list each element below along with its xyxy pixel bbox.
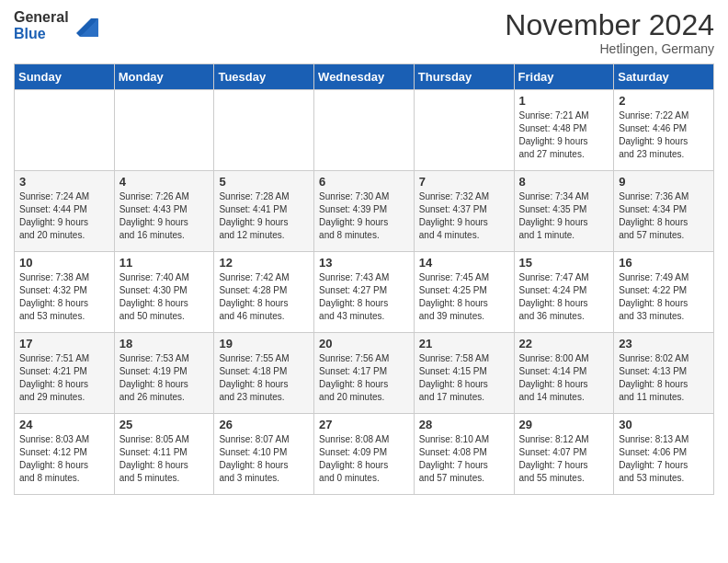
day-info: Sunrise: 7:51 AM Sunset: 4:21 PM Dayligh… [19, 352, 109, 404]
day-number: 9 [619, 175, 709, 189]
day-number: 7 [419, 175, 509, 189]
day-info: Sunrise: 8:08 AM Sunset: 4:09 PM Dayligh… [319, 433, 409, 485]
table-row: 21Sunrise: 7:58 AM Sunset: 4:15 PM Dayli… [414, 333, 514, 414]
col-monday: Monday [114, 64, 214, 90]
day-number: 13 [319, 256, 409, 270]
table-row: 2Sunrise: 7:22 AM Sunset: 4:46 PM Daylig… [614, 90, 714, 171]
day-info: Sunrise: 8:13 AM Sunset: 4:06 PM Dayligh… [619, 433, 709, 485]
calendar-week-row: 10Sunrise: 7:38 AM Sunset: 4:32 PM Dayli… [15, 252, 714, 333]
day-info: Sunrise: 8:12 AM Sunset: 4:07 PM Dayligh… [519, 433, 609, 485]
day-info: Sunrise: 7:26 AM Sunset: 4:43 PM Dayligh… [119, 190, 210, 242]
day-info: Sunrise: 7:42 AM Sunset: 4:28 PM Dayligh… [219, 271, 309, 323]
table-row: 23Sunrise: 8:02 AM Sunset: 4:13 PM Dayli… [614, 333, 714, 414]
table-row: 11Sunrise: 7:40 AM Sunset: 4:30 PM Dayli… [114, 252, 214, 333]
day-number: 15 [519, 256, 609, 270]
day-info: Sunrise: 7:28 AM Sunset: 4:41 PM Dayligh… [219, 190, 309, 242]
table-row: 7Sunrise: 7:32 AM Sunset: 4:37 PM Daylig… [414, 171, 514, 252]
table-row [15, 90, 115, 171]
table-row: 10Sunrise: 7:38 AM Sunset: 4:32 PM Dayli… [15, 252, 115, 333]
table-row [214, 90, 314, 171]
logo-blue: Blue [14, 26, 69, 42]
day-info: Sunrise: 7:53 AM Sunset: 4:19 PM Dayligh… [119, 352, 210, 404]
day-info: Sunrise: 7:24 AM Sunset: 4:44 PM Dayligh… [19, 190, 109, 242]
day-number: 19 [219, 337, 309, 350]
day-number: 17 [19, 337, 109, 350]
day-number: 12 [219, 256, 309, 270]
day-number: 1 [519, 94, 609, 108]
col-sunday: Sunday [15, 64, 115, 90]
logo-icon [73, 11, 102, 40]
col-friday: Friday [514, 64, 614, 90]
day-info: Sunrise: 7:43 AM Sunset: 4:27 PM Dayligh… [319, 271, 409, 323]
col-thursday: Thursday [414, 64, 514, 90]
day-info: Sunrise: 7:49 AM Sunset: 4:22 PM Dayligh… [619, 271, 709, 323]
calendar-week-row: 24Sunrise: 8:03 AM Sunset: 4:12 PM Dayli… [15, 414, 714, 495]
day-info: Sunrise: 7:22 AM Sunset: 4:46 PM Dayligh… [619, 109, 709, 161]
header: General Blue November 2024 Hetlingen, Ge… [14, 9, 714, 56]
month-title: November 2024 [505, 9, 714, 41]
table-row: 15Sunrise: 7:47 AM Sunset: 4:24 PM Dayli… [514, 252, 614, 333]
table-row: 3Sunrise: 7:24 AM Sunset: 4:44 PM Daylig… [15, 171, 115, 252]
day-info: Sunrise: 7:21 AM Sunset: 4:48 PM Dayligh… [519, 109, 609, 161]
logo: General Blue [14, 9, 102, 41]
day-info: Sunrise: 7:45 AM Sunset: 4:25 PM Dayligh… [419, 271, 509, 323]
day-info: Sunrise: 8:00 AM Sunset: 4:14 PM Dayligh… [519, 352, 609, 404]
day-number: 24 [19, 418, 109, 431]
table-row: 13Sunrise: 7:43 AM Sunset: 4:27 PM Dayli… [314, 252, 415, 333]
calendar-header-row: Sunday Monday Tuesday Wednesday Thursday… [15, 64, 714, 90]
day-number: 20 [319, 337, 409, 350]
day-info: Sunrise: 8:03 AM Sunset: 4:12 PM Dayligh… [19, 433, 109, 485]
table-row: 1Sunrise: 7:21 AM Sunset: 4:48 PM Daylig… [514, 90, 614, 171]
day-number: 10 [19, 256, 109, 270]
day-info: Sunrise: 8:05 AM Sunset: 4:11 PM Dayligh… [119, 433, 210, 485]
day-info: Sunrise: 7:58 AM Sunset: 4:15 PM Dayligh… [419, 352, 509, 404]
table-row: 28Sunrise: 8:10 AM Sunset: 4:08 PM Dayli… [414, 414, 514, 495]
table-row: 20Sunrise: 7:56 AM Sunset: 4:17 PM Dayli… [314, 333, 415, 414]
day-info: Sunrise: 7:47 AM Sunset: 4:24 PM Dayligh… [519, 271, 609, 323]
day-number: 21 [419, 337, 509, 350]
location: Hetlingen, Germany [505, 41, 714, 56]
table-row: 6Sunrise: 7:30 AM Sunset: 4:39 PM Daylig… [314, 171, 415, 252]
day-number: 22 [519, 337, 609, 350]
table-row: 29Sunrise: 8:12 AM Sunset: 4:07 PM Dayli… [514, 414, 614, 495]
logo-text: General Blue [14, 9, 69, 41]
day-number: 6 [319, 175, 409, 189]
table-row: 5Sunrise: 7:28 AM Sunset: 4:41 PM Daylig… [214, 171, 314, 252]
table-row: 24Sunrise: 8:03 AM Sunset: 4:12 PM Dayli… [15, 414, 115, 495]
day-number: 23 [619, 337, 709, 350]
calendar-week-row: 3Sunrise: 7:24 AM Sunset: 4:44 PM Daylig… [15, 171, 714, 252]
calendar-table: Sunday Monday Tuesday Wednesday Thursday… [14, 63, 714, 495]
calendar-week-row: 1Sunrise: 7:21 AM Sunset: 4:48 PM Daylig… [15, 90, 714, 171]
day-info: Sunrise: 7:30 AM Sunset: 4:39 PM Dayligh… [319, 190, 409, 242]
table-row: 22Sunrise: 8:00 AM Sunset: 4:14 PM Dayli… [514, 333, 614, 414]
table-row: 27Sunrise: 8:08 AM Sunset: 4:09 PM Dayli… [314, 414, 415, 495]
table-row: 12Sunrise: 7:42 AM Sunset: 4:28 PM Dayli… [214, 252, 314, 333]
day-info: Sunrise: 7:34 AM Sunset: 4:35 PM Dayligh… [519, 190, 609, 242]
logo-general: General [14, 9, 69, 26]
table-row: 26Sunrise: 8:07 AM Sunset: 4:10 PM Dayli… [214, 414, 314, 495]
day-info: Sunrise: 7:40 AM Sunset: 4:30 PM Dayligh… [119, 271, 210, 323]
day-number: 30 [619, 418, 709, 431]
table-row: 9Sunrise: 7:36 AM Sunset: 4:34 PM Daylig… [614, 171, 714, 252]
day-number: 18 [119, 337, 210, 350]
table-row: 30Sunrise: 8:13 AM Sunset: 4:06 PM Dayli… [614, 414, 714, 495]
day-number: 4 [119, 175, 210, 189]
table-row: 8Sunrise: 7:34 AM Sunset: 4:35 PM Daylig… [514, 171, 614, 252]
day-info: Sunrise: 8:02 AM Sunset: 4:13 PM Dayligh… [619, 352, 709, 404]
table-row [414, 90, 514, 171]
page: General Blue November 2024 Hetlingen, Ge… [0, 0, 728, 563]
table-row [314, 90, 415, 171]
day-info: Sunrise: 8:07 AM Sunset: 4:10 PM Dayligh… [219, 433, 309, 485]
col-tuesday: Tuesday [214, 64, 314, 90]
day-number: 14 [419, 256, 509, 270]
day-number: 2 [619, 94, 709, 108]
day-info: Sunrise: 7:36 AM Sunset: 4:34 PM Dayligh… [619, 190, 709, 242]
table-row: 14Sunrise: 7:45 AM Sunset: 4:25 PM Dayli… [414, 252, 514, 333]
table-row: 19Sunrise: 7:55 AM Sunset: 4:18 PM Dayli… [214, 333, 314, 414]
table-row: 16Sunrise: 7:49 AM Sunset: 4:22 PM Dayli… [614, 252, 714, 333]
day-number: 25 [119, 418, 210, 431]
col-wednesday: Wednesday [314, 64, 415, 90]
table-row: 25Sunrise: 8:05 AM Sunset: 4:11 PM Dayli… [114, 414, 214, 495]
day-info: Sunrise: 7:32 AM Sunset: 4:37 PM Dayligh… [419, 190, 509, 242]
table-row [114, 90, 214, 171]
